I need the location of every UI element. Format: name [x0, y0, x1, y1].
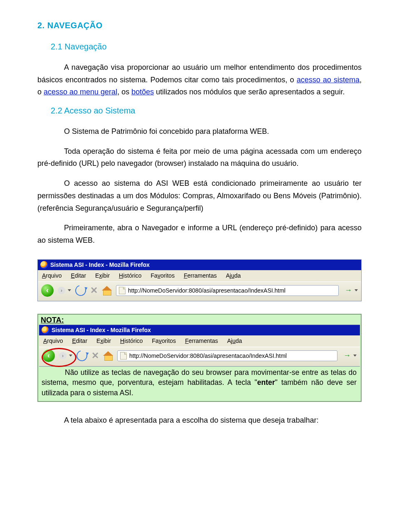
history-dropdown-icon[interactable] — [69, 355, 72, 357]
firefox-icon — [40, 261, 48, 268]
nota-box: NOTA: Sistema ASI - Index - Mozilla Fire… — [37, 314, 362, 402]
p21-text-post: utilizados nos módulos que serão apresen… — [154, 88, 345, 96]
page-icon — [120, 352, 127, 360]
menu-ferramentas[interactable]: Ferramentas — [185, 337, 218, 344]
reload-icon[interactable] — [74, 348, 89, 363]
back-button[interactable]: ‹ — [42, 350, 55, 362]
browser-toolbar-2: ‹ › ✕ http://NomeDoServidor:8080/asi/apr… — [39, 347, 360, 366]
firefox-icon — [42, 326, 49, 334]
menu-exibir[interactable]: Exibir — [96, 337, 111, 344]
url-bar[interactable]: http://NomeDoServidor:8080/asi/apresenta… — [116, 285, 339, 296]
go-arrow-icon[interactable]: → — [343, 351, 351, 360]
nota-text: Não utilize as teclas de navegação do se… — [39, 367, 360, 398]
menu-editar[interactable]: Editar — [71, 272, 86, 279]
stop-icon[interactable]: ✕ — [91, 350, 99, 361]
browser-menu-bar-2: Arquivo Editar Exibir Histórico Favorito… — [39, 335, 360, 347]
menu-favoritos[interactable]: Favoritos — [151, 272, 175, 279]
url-text-2: http://NomeDoServidor:8080/asi/apresenta… — [129, 352, 287, 359]
go-dropdown-icon[interactable] — [355, 289, 358, 291]
menu-ferramentas[interactable]: Ferramentas — [184, 272, 217, 279]
browser-menu-bar: Arquivo Editar Exibir Histórico Favorito… — [38, 270, 361, 281]
forward-button[interactable]: › — [59, 352, 66, 360]
nota-label: NOTA: — [39, 315, 360, 325]
menu-historico[interactable]: Histórico — [120, 337, 143, 344]
paragraph-2-2d: Primeiramente, abra o Navegador e inform… — [37, 222, 362, 246]
menu-editar[interactable]: Editar — [72, 337, 87, 344]
menu-arquivo[interactable]: Arquivo — [43, 337, 63, 344]
menu-favoritos[interactable]: Favoritos — [152, 337, 176, 344]
section-heading: 2. NAVEGAÇÃO — [37, 21, 362, 30]
page-icon — [119, 287, 126, 294]
go-dropdown-icon[interactable] — [353, 355, 357, 357]
browser-title: Sistema ASI - Index - Mozilla Firefox — [50, 261, 150, 268]
url-bar-2[interactable]: http://NomeDoServidor:8080/asi/apresenta… — [117, 350, 337, 361]
subsection-2-2: 2.2 Acesso ao Sistema — [51, 106, 362, 116]
nota-bold-enter: enter — [257, 378, 275, 387]
go-arrow-icon[interactable]: → — [345, 286, 352, 295]
menu-historico[interactable]: Histórico — [119, 272, 141, 279]
menu-ajuda[interactable]: Ajuda — [227, 337, 242, 344]
stop-icon[interactable]: ✕ — [90, 285, 98, 296]
paragraph-2-2a: O Sistema de Patrimônio foi concebido pa… — [37, 126, 362, 138]
menu-arquivo[interactable]: Arquivo — [42, 272, 62, 279]
subsection-2-1: 2.1 Navegação — [51, 42, 362, 52]
paragraph-2-2c: O acesso ao sistema do ASI WEB está cond… — [37, 177, 362, 214]
browser-toolbar: ‹ › ✕ http://NomeDoServidor:8080/asi/apr… — [38, 281, 361, 301]
home-icon[interactable] — [103, 351, 113, 360]
browser-titlebar: Sistema ASI - Index - Mozilla Firefox — [38, 260, 361, 270]
paragraph-2-1: A navegação visa proporcionar ao usuário… — [37, 62, 362, 99]
link-botoes[interactable]: botões — [131, 88, 154, 96]
reload-icon[interactable] — [73, 283, 88, 298]
paragraph-2-2b: Toda operação do sistema é feita por mei… — [37, 145, 362, 170]
menu-ajuda[interactable]: Ajuda — [226, 272, 241, 279]
history-dropdown-icon[interactable] — [68, 289, 71, 291]
forward-button[interactable]: › — [58, 287, 65, 294]
browser-titlebar-2: Sistema ASI - Index - Mozilla Firefox — [39, 325, 360, 335]
home-icon[interactable] — [102, 286, 112, 295]
browser-title-2: Sistema ASI - Index - Mozilla Firefox — [52, 327, 151, 333]
url-text: http://NomeDoServidor:8080/asi/apresenta… — [128, 287, 286, 294]
back-button[interactable]: ‹ — [41, 284, 54, 297]
browser-screenshot-2: Sistema ASI - Index - Mozilla Firefox Ar… — [39, 325, 360, 367]
p21-text-mid2: , os — [117, 88, 131, 96]
link-acesso-sistema[interactable]: acesso ao sistema — [297, 76, 360, 84]
link-acesso-menu[interactable]: acesso ao menu geral — [44, 88, 117, 96]
browser-screenshot-1: Sistema ASI - Index - Mozilla Firefox Ar… — [37, 259, 362, 301]
menu-exibir[interactable]: Exibir — [95, 272, 110, 279]
paragraph-after-nota: A tela abaixo é apresentada para a escol… — [37, 414, 362, 427]
